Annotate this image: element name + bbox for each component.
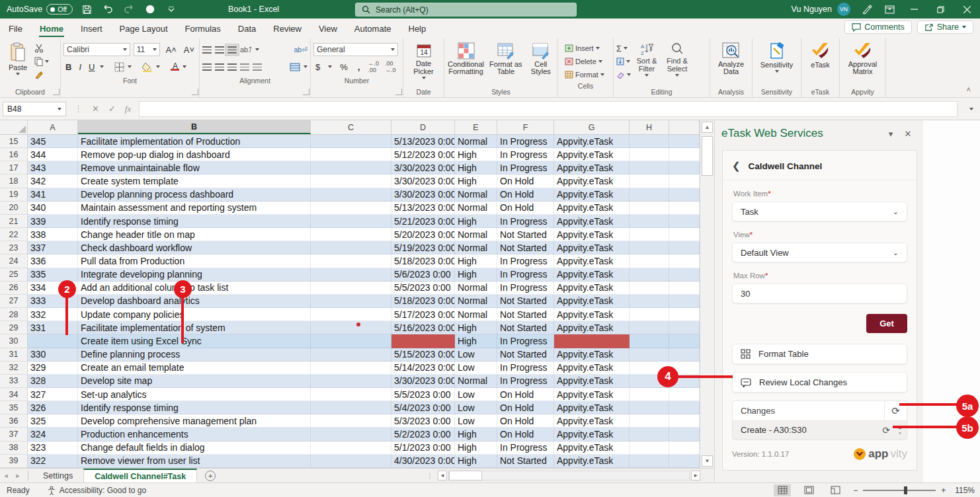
scroll-down-icon[interactable]: ▼ [702, 455, 713, 467]
cell-A30[interactable] [28, 334, 78, 348]
cell-D21[interactable]: 5/21/2023 0:00 [391, 215, 455, 228]
cell-F18[interactable]: On Hold [497, 174, 554, 188]
cell-A36[interactable]: 325 [28, 414, 78, 428]
cell-X35[interactable] [669, 401, 700, 414]
cell-D30[interactable] [391, 334, 455, 348]
cell-B31[interactable]: Define planning process [78, 348, 311, 362]
cell-H27[interactable] [630, 295, 669, 308]
clipboard-dialog-launcher[interactable] [53, 89, 60, 95]
orientation-chevron-icon[interactable] [255, 48, 259, 51]
cell-H29[interactable] [630, 321, 669, 334]
cell-H34[interactable] [630, 388, 669, 401]
row-header-31[interactable]: 31 [0, 348, 28, 362]
hscroll-thumb[interactable] [449, 471, 482, 480]
table-row[interactable]: 38323Change default fields in dialog5/1/… [0, 441, 700, 455]
cell-B30[interactable]: Create item using Excel Sync [78, 334, 311, 348]
spreadsheet-grid[interactable]: ABCDEFGH 15345Facilitate implementation … [0, 120, 700, 468]
top-align-button[interactable] [202, 46, 212, 54]
zoom-out-icon[interactable]: − [853, 486, 858, 495]
cell-X16[interactable] [669, 148, 700, 161]
cell-H17[interactable] [630, 161, 669, 174]
cell-H37[interactable] [630, 428, 669, 441]
cell-G22[interactable]: Appvity.eTask [554, 228, 630, 241]
table-row[interactable]: 23337Check dashboard workflow5/19/2023 0… [0, 241, 700, 254]
ribbon-tab-insert[interactable]: Insert [72, 19, 111, 38]
cell-B35[interactable]: Identify response timing [78, 401, 311, 414]
cell-A37[interactable]: 324 [28, 428, 78, 441]
row-header-30[interactable]: 30 [0, 334, 28, 348]
middle-align-button[interactable] [215, 46, 224, 54]
table-row[interactable]: 21339Identify response timing5/21/2023 0… [0, 215, 700, 228]
row-header-21[interactable]: 21 [0, 215, 28, 228]
new-sheet-icon[interactable]: + [205, 471, 216, 481]
cell-X21[interactable] [669, 215, 700, 228]
cell-C19[interactable] [311, 188, 391, 202]
table-row[interactable]: 35326Identify response timing5/4/2023 0:… [0, 401, 700, 414]
cell-E22[interactable]: Normal [455, 228, 497, 241]
cell-F16[interactable]: In Progress [497, 148, 554, 161]
cell-C33[interactable] [311, 375, 391, 388]
column-header-C[interactable]: C [311, 120, 391, 134]
cell-H21[interactable] [630, 215, 669, 228]
cell-B20[interactable]: Maintain assessment and reporting system [78, 202, 311, 215]
tab-splitter-icon[interactable]: ⋮ [427, 472, 434, 479]
cell-B26[interactable]: Add an additional column to task list [78, 282, 311, 295]
ribbon-tab-page-layout[interactable]: Page Layout [111, 19, 177, 38]
sensitivity-button[interactable]: Sensitivity [756, 40, 798, 73]
cell-D29[interactable]: 5/16/2023 0:00 [391, 321, 455, 334]
column-header-H[interactable]: H [630, 120, 669, 134]
cell-F19[interactable]: On Hold [497, 188, 554, 202]
row-header-24[interactable]: 24 [0, 254, 28, 268]
cell-X24[interactable] [669, 254, 700, 268]
cell-D35[interactable]: 5/4/2023 0:00 [391, 401, 455, 414]
vertical-scrollbar[interactable]: ▲ ▼ [700, 120, 714, 468]
cell-C26[interactable] [311, 282, 391, 295]
cell-F17[interactable]: In Progress [497, 161, 554, 174]
cell-G26[interactable]: Appvity.eTask [554, 282, 630, 295]
align-right-button[interactable] [227, 63, 237, 71]
cell-G18[interactable]: Appvity.eTask [554, 174, 630, 188]
cell-E18[interactable]: High [455, 174, 497, 188]
cell-H35[interactable] [630, 401, 669, 414]
review-local-changes-button[interactable]: Review Local Changes [732, 372, 907, 393]
decrease-decimal-button[interactable]: .00→.0 [385, 60, 396, 73]
customize-qat-chevron-icon[interactable] [164, 3, 179, 16]
bottom-align-button[interactable] [227, 46, 237, 54]
cell-D18[interactable]: 3/30/2023 0:00 [391, 174, 455, 188]
row-header-16[interactable]: 16 [0, 148, 28, 161]
cell-E34[interactable]: Low [455, 388, 497, 401]
hscroll-right-icon[interactable]: ► [691, 471, 700, 480]
cell-A39[interactable]: 322 [28, 455, 78, 468]
cell-B21[interactable]: Identify response timing [78, 215, 311, 228]
cell-E29[interactable]: High [455, 321, 497, 334]
sheet-nav-right-icon[interactable]: ► [12, 469, 24, 482]
row-header-32[interactable]: 32 [0, 362, 28, 375]
row-header-37[interactable]: 37 [0, 428, 28, 441]
cell-F27[interactable]: Not Started [497, 295, 554, 308]
row-header-27[interactable]: 27 [0, 295, 28, 308]
table-row[interactable]: 34327Set-up analytics5/5/2023 0:00LowOn … [0, 388, 700, 401]
cell-F24[interactable]: In Progress [497, 254, 554, 268]
zoom-level[interactable]: 115% [955, 486, 975, 495]
cell-D24[interactable]: 5/18/2023 0:00 [391, 254, 455, 268]
cell-D19[interactable]: 3/30/2023 0:00 [391, 188, 455, 202]
close-button[interactable] [954, 0, 980, 19]
cell-H30[interactable] [630, 334, 669, 348]
cell-G39[interactable]: Appvity.eTask [554, 455, 630, 468]
change-item-down-icon[interactable]: ▼ [898, 431, 903, 436]
cell-C21[interactable] [311, 215, 391, 228]
cell-G30[interactable] [554, 334, 630, 348]
cell-F38[interactable]: In Progress [497, 441, 554, 455]
increase-font-icon[interactable]: A˄ [163, 45, 178, 55]
cell-E26[interactable]: Normal [455, 282, 497, 295]
cell-H18[interactable] [630, 174, 669, 188]
cell-F22[interactable]: Not Started [497, 228, 554, 241]
cancel-entry-icon[interactable]: ✕ [92, 104, 99, 114]
insert-function-icon[interactable]: fx [125, 104, 131, 114]
cell-H31[interactable] [630, 348, 669, 362]
cell-X37[interactable] [669, 428, 700, 441]
cell-B33[interactable]: Develop site map [78, 375, 311, 388]
cell-A28[interactable]: 332 [28, 308, 78, 321]
table-row[interactable]: 36325Develop comprehensive management pl… [0, 414, 700, 428]
get-button[interactable]: Get [866, 314, 907, 333]
